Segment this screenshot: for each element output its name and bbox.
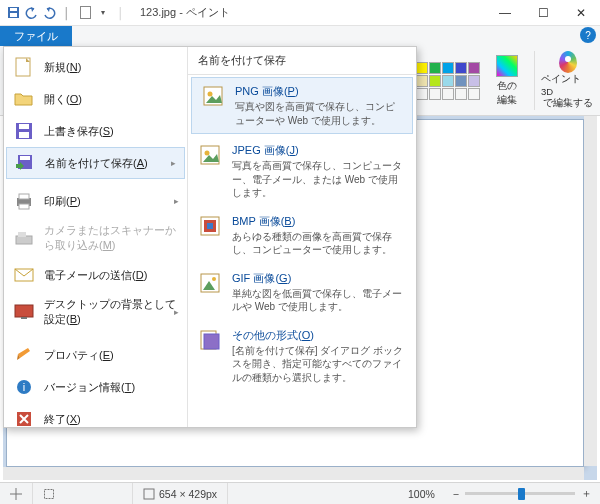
svg-rect-34 (45, 489, 54, 498)
palette-swatch[interactable] (429, 75, 441, 87)
file-menu-item-label: 名前を付けて保存(A) (45, 156, 148, 171)
file-menu-item-label: 終了(X) (44, 412, 81, 427)
new-icon (14, 57, 34, 77)
file-menu-item-label: 上書き保存(S) (44, 124, 114, 139)
file-menu-item-label: プロパティ(E) (44, 348, 114, 363)
palette-swatch[interactable] (442, 88, 454, 100)
close-button[interactable]: ✕ (562, 0, 600, 25)
bmp-format-icon (198, 214, 222, 238)
selection-size-cell (33, 483, 133, 504)
scanner-icon (14, 228, 34, 248)
about-icon: i (14, 377, 34, 397)
zoom-text-cell: 100% (398, 483, 445, 504)
svg-rect-17 (21, 317, 27, 319)
canvas-size-icon (143, 488, 155, 500)
chevron-right-icon: ▸ (171, 158, 176, 168)
document-icon[interactable] (78, 6, 92, 20)
file-menu-left: 新規(N)開く(O)上書き保存(S)名前を付けて保存(A)▸印刷(P)▸カメラま… (4, 47, 188, 427)
palette-swatch[interactable] (442, 62, 454, 74)
chevron-right-icon: ▸ (174, 307, 179, 317)
zoom-out-button[interactable]: − (453, 488, 459, 500)
zoom-in-button[interactable]: ＋ (581, 487, 592, 501)
file-menu-item-print[interactable]: 印刷(P)▸ (4, 185, 187, 217)
palette-swatch[interactable] (455, 62, 467, 74)
palette-swatch[interactable] (455, 75, 467, 87)
file-menu-item-label: 新規(N) (44, 60, 81, 75)
undo-icon[interactable] (24, 6, 38, 20)
zoom-thumb[interactable] (518, 488, 525, 500)
palette-swatch[interactable] (468, 75, 480, 87)
svg-point-29 (212, 277, 216, 281)
horizontal-scrollbar[interactable] (3, 467, 584, 480)
paint-3d-button[interactable]: ペイント 3D で編集する (534, 51, 594, 110)
svg-rect-2 (10, 13, 17, 17)
saveas-format-gif[interactable]: GIF 画像(G)単純な図を低画質で保存し、電子メールや Web で使用します。 (188, 264, 416, 321)
edit-colors-label: 色の 編集 (497, 79, 517, 107)
file-menu-item-open[interactable]: 開く(O) (4, 83, 187, 115)
quick-access-toolbar: │ ▾ │ (0, 6, 134, 20)
maximize-button[interactable]: ☐ (524, 0, 562, 25)
redo-icon[interactable] (42, 6, 56, 20)
format-title: JPEG 画像(J) (232, 143, 406, 158)
canvas-size-text: 654 × 429px (159, 488, 217, 500)
file-menu-item-desktop[interactable]: デスクトップの背景として設定(B)▸ (4, 291, 187, 333)
svg-point-22 (208, 92, 213, 97)
format-title: BMP 画像(B) (232, 214, 406, 229)
vertical-scrollbar[interactable] (584, 116, 597, 466)
file-menu-item-about[interactable]: iバージョン情報(T) (4, 371, 187, 403)
svg-rect-11 (19, 194, 29, 199)
file-menu: 新規(N)開く(O)上書き保存(S)名前を付けて保存(A)▸印刷(P)▸カメラま… (3, 46, 417, 428)
qat-dropdown-icon[interactable]: ▾ (96, 6, 110, 20)
zoom-slider[interactable] (465, 492, 575, 495)
palette-swatch[interactable] (455, 88, 467, 100)
palette-swatch[interactable] (416, 88, 428, 100)
palette-swatch[interactable] (429, 88, 441, 100)
menu-strip: ファイル ? (0, 26, 600, 46)
help-button[interactable]: ? (580, 27, 596, 43)
saveas-header: 名前を付けて保存 (188, 47, 416, 75)
open-icon (14, 89, 34, 109)
palette-swatch[interactable] (442, 75, 454, 87)
file-menu-item-scanner: カメラまたはスキャナーから取り込み(M) (4, 217, 187, 259)
file-tab[interactable]: ファイル (0, 26, 72, 46)
saveas-format-jpeg[interactable]: JPEG 画像(J)写真を高画質で保存し、コンピューター、電子メール、または W… (188, 136, 416, 207)
palette-swatch[interactable] (429, 62, 441, 74)
saveas-format-other[interactable]: その他の形式(O)[名前を付けて保存] ダイアログ ボックスを開き、指定可能なす… (188, 321, 416, 392)
palette-swatch[interactable] (468, 62, 480, 74)
svg-rect-31 (204, 334, 219, 349)
file-menu-item-saveas[interactable]: 名前を付けて保存(A)▸ (6, 147, 185, 179)
palette-swatch[interactable] (468, 88, 480, 100)
svg-rect-12 (19, 204, 29, 209)
format-desc: 写真や図を高画質で保存し、コンピューターや Web で使用します。 (235, 100, 403, 127)
file-menu-item-exit[interactable]: 終了(X) (4, 403, 187, 435)
crosshair-icon (10, 488, 22, 500)
svg-rect-9 (20, 156, 30, 160)
format-title: その他の形式(O) (232, 328, 406, 343)
jpeg-format-icon (198, 143, 222, 167)
save-icon[interactable] (6, 6, 20, 20)
window-title: 123.jpg - ペイント (140, 5, 230, 20)
file-menu-item-save[interactable]: 上書き保存(S) (4, 115, 187, 147)
file-menu-item-props[interactable]: プロパティ(E) (4, 339, 187, 371)
edit-colors-button[interactable]: 色の 編集 (486, 55, 528, 107)
paint-3d-icon (559, 51, 577, 73)
window-controls: — ☐ ✕ (486, 0, 600, 25)
minimize-button[interactable]: — (486, 0, 524, 25)
chevron-right-icon: ▸ (174, 196, 179, 206)
svg-point-24 (205, 151, 210, 156)
saveas-format-bmp[interactable]: BMP 画像(B)あらゆる種類の画像を高画質で保存し、コンピューターで使用します… (188, 207, 416, 264)
palette-swatch[interactable] (416, 62, 428, 74)
paint3d-label-1: ペイント 3D (541, 73, 594, 97)
file-menu-item-mail[interactable]: 電子メールの送信(D) (4, 259, 187, 291)
selection-icon (43, 488, 55, 500)
saveas-format-png[interactable]: PNG 画像(P)写真や図を高画質で保存し、コンピューターや Web で使用しま… (191, 77, 413, 134)
svg-rect-6 (19, 124, 29, 129)
paint3d-label-2: で編集する (543, 97, 593, 110)
other-format-icon (198, 328, 222, 352)
file-menu-item-new[interactable]: 新規(N) (4, 51, 187, 83)
svg-rect-7 (19, 132, 29, 138)
file-menu-right: 名前を付けて保存 PNG 画像(P)写真や図を高画質で保存し、コンピューターや … (188, 47, 416, 427)
cursor-position-cell (0, 483, 33, 504)
format-title: PNG 画像(P) (235, 84, 403, 99)
palette-swatch[interactable] (416, 75, 428, 87)
